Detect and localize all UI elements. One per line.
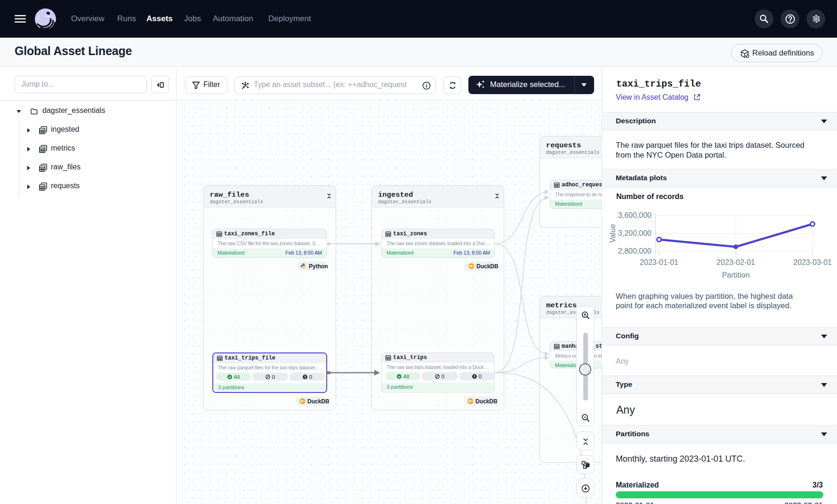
svg-text:2023-01-01: 2023-01-01	[640, 258, 678, 266]
svg-text:2,800,000: 2,800,000	[618, 247, 652, 255]
svg-text:Partition: Partition	[722, 271, 750, 279]
svg-text:3,600,000: 3,600,000	[618, 211, 652, 219]
svg-text:2023-03-01: 2023-03-01	[793, 258, 832, 266]
svg-text:Value: Value	[609, 224, 617, 243]
svg-text:2023-02-01: 2023-02-01	[716, 258, 755, 266]
svg-text:3,200,000: 3,200,000	[618, 229, 652, 237]
